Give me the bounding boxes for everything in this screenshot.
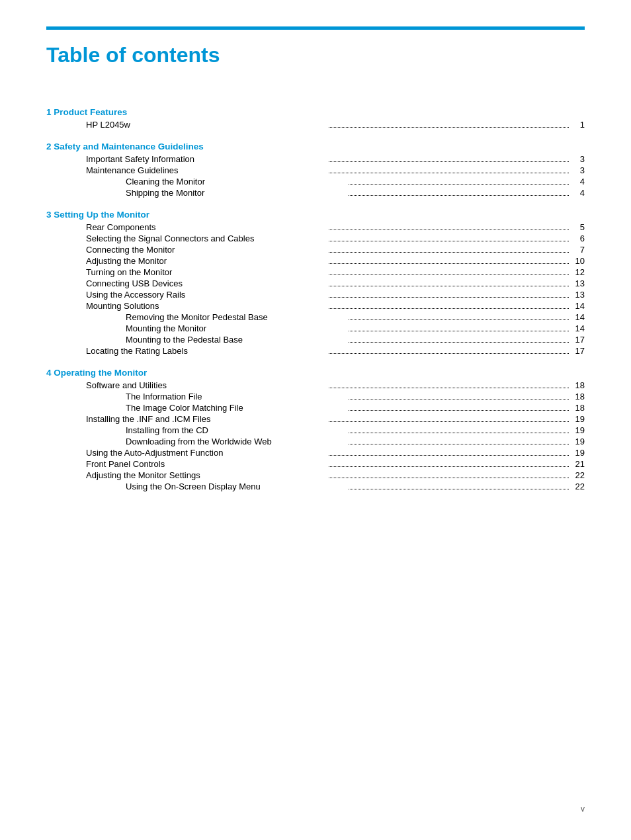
toc-entry[interactable]: HP L2045w1 — [46, 120, 585, 130]
toc-entry-dots — [329, 173, 569, 173]
toc-entry[interactable]: Turning on the Monitor12 — [46, 267, 585, 277]
toc-container: 1 Product FeaturesHP L2045w12 Safety and… — [46, 107, 585, 491]
footer-page-number: v — [581, 804, 585, 814]
toc-entry[interactable]: Removing the Monitor Pedestal Base14 — [46, 312, 585, 322]
toc-entry-dots — [349, 410, 569, 411]
toc-entry-text: Using the On-Screen Display Menu — [126, 482, 346, 491]
toc-entry-dots — [329, 274, 569, 275]
toc-entry-page: 14 — [571, 323, 585, 333]
toc-entry-text: Installing from the CD — [126, 425, 346, 435]
toc-entry-dots — [329, 263, 569, 264]
toc-entry[interactable]: Software and Utilities18 — [46, 380, 585, 390]
toc-entry[interactable]: Downloading from the Worldwide Web19 — [46, 437, 585, 446]
toc-entry-text: Connecting USB Devices — [86, 278, 326, 288]
toc-entry-dots — [349, 399, 569, 399]
toc-entry[interactable]: Using the Accessory Rails13 — [46, 290, 585, 300]
toc-entry[interactable]: Rear Components5 — [46, 222, 585, 232]
toc-entry-text: Software and Utilities — [86, 380, 326, 390]
toc-entry[interactable]: Installing the .INF and .ICM Files19 — [46, 414, 585, 424]
toc-entry-dots — [329, 466, 569, 467]
chapter-heading-ch3[interactable]: 3 Setting Up the Monitor — [46, 210, 585, 220]
toc-entry[interactable]: Shipping the Monitor4 — [46, 188, 585, 198]
toc-entry-page: 19 — [571, 437, 585, 446]
toc-entry-text: Cleaning the Monitor — [126, 177, 346, 187]
toc-entry-page: 1 — [571, 120, 585, 130]
toc-entry[interactable]: Mounting Solutions14 — [46, 301, 585, 311]
toc-entry-text: Maintenance Guidelines — [86, 165, 326, 175]
toc-entry-dots — [349, 184, 569, 185]
toc-entry-page: 14 — [571, 312, 585, 322]
thin-border — [46, 29, 585, 30]
toc-entry-page: 21 — [571, 459, 585, 469]
toc-entry-page: 22 — [571, 482, 585, 491]
page: Table of contents 1 Product FeaturesHP L… — [0, 0, 631, 840]
toc-entry-dots — [329, 297, 569, 298]
chapter-heading-ch2[interactable]: 2 Safety and Maintenance Guidelines — [46, 142, 585, 151]
toc-entry-dots — [349, 195, 569, 196]
toc-entry[interactable]: Front Panel Controls21 — [46, 459, 585, 469]
toc-entry-dots — [329, 353, 569, 354]
toc-entry[interactable]: The Information File18 — [46, 392, 585, 401]
toc-entry-text: Downloading from the Worldwide Web — [126, 437, 346, 446]
toc-entry-text: Using the Accessory Rails — [86, 290, 326, 300]
toc-entry-page: 3 — [571, 154, 585, 164]
toc-entry[interactable]: Selecting the Signal Connectors and Cabl… — [46, 233, 585, 243]
toc-entry-page: 18 — [571, 403, 585, 413]
toc-entry[interactable]: Locating the Rating Labels17 — [46, 346, 585, 356]
toc-chapter-ch1: 1 Product FeaturesHP L2045w1 — [46, 107, 585, 130]
page-footer: v — [581, 804, 585, 814]
toc-entry-text: The Image Color Matching File — [126, 403, 346, 413]
toc-entry[interactable]: Cleaning the Monitor4 — [46, 177, 585, 187]
toc-entry-page: 10 — [571, 256, 585, 266]
toc-entry-dots — [329, 478, 569, 478]
toc-entry-page: 18 — [571, 392, 585, 401]
toc-entry-dots — [329, 127, 569, 128]
toc-entry-dots — [349, 444, 569, 444]
toc-entry-text: The Information File — [126, 392, 346, 401]
toc-entry-page: 17 — [571, 335, 585, 345]
toc-entry-text: Mounting to the Pedestal Base — [126, 335, 346, 345]
toc-entry-dots — [349, 433, 569, 433]
toc-entry-page: 5 — [571, 222, 585, 232]
toc-entry-page: 18 — [571, 380, 585, 390]
toc-entry[interactable]: Connecting USB Devices13 — [46, 278, 585, 288]
chapter-heading-ch1[interactable]: 1 Product Features — [46, 107, 585, 117]
toc-entry-dots — [329, 230, 569, 230]
toc-entry[interactable]: Important Safety Information3 — [46, 154, 585, 164]
toc-entry-page: 3 — [571, 165, 585, 175]
toc-entry[interactable]: Adjusting the Monitor Settings22 — [46, 470, 585, 480]
toc-entry-text: Using the Auto-Adjustment Function — [86, 448, 326, 458]
chapter-heading-ch4[interactable]: 4 Operating the Monitor — [46, 368, 585, 378]
toc-entry[interactable]: Connecting the Monitor7 — [46, 245, 585, 255]
toc-entry-dots — [329, 252, 569, 253]
toc-entry-text: Locating the Rating Labels — [86, 346, 326, 356]
toc-entry-text: Selecting the Signal Connectors and Cabl… — [86, 233, 326, 243]
toc-entry[interactable]: Mounting the Monitor14 — [46, 323, 585, 333]
toc-entry-page: 4 — [571, 188, 585, 198]
toc-entry[interactable]: Maintenance Guidelines3 — [46, 165, 585, 175]
toc-entry[interactable]: Using the Auto-Adjustment Function19 — [46, 448, 585, 458]
toc-entry-text: Adjusting the Monitor — [86, 256, 326, 266]
toc-entry[interactable]: Adjusting the Monitor10 — [46, 256, 585, 266]
toc-entry[interactable]: The Image Color Matching File18 — [46, 403, 585, 413]
toc-entry-text: Installing the .INF and .ICM Files — [86, 414, 326, 424]
toc-entry-page: 22 — [571, 470, 585, 480]
toc-entry-text: Adjusting the Monitor Settings — [86, 470, 326, 480]
toc-chapter-ch4: 4 Operating the MonitorSoftware and Util… — [46, 368, 585, 491]
toc-entry-page: 12 — [571, 267, 585, 277]
toc-entry-dots — [349, 489, 569, 489]
toc-entry-dots — [349, 331, 569, 331]
toc-entry-page: 6 — [571, 233, 585, 243]
toc-entry[interactable]: Mounting to the Pedestal Base17 — [46, 335, 585, 345]
toc-entry-text: Important Safety Information — [86, 154, 326, 164]
toc-entry[interactable]: Installing from the CD19 — [46, 425, 585, 435]
toc-entry[interactable]: Using the On-Screen Display Menu22 — [46, 482, 585, 491]
toc-entry-dots — [329, 421, 569, 422]
toc-entry-dots — [329, 161, 569, 162]
toc-entry-dots — [329, 455, 569, 456]
toc-entry-text: Rear Components — [86, 222, 326, 232]
toc-entry-page: 4 — [571, 177, 585, 187]
toc-entry-page: 19 — [571, 414, 585, 424]
toc-entry-text: Removing the Monitor Pedestal Base — [126, 312, 346, 322]
toc-entry-page: 13 — [571, 290, 585, 300]
